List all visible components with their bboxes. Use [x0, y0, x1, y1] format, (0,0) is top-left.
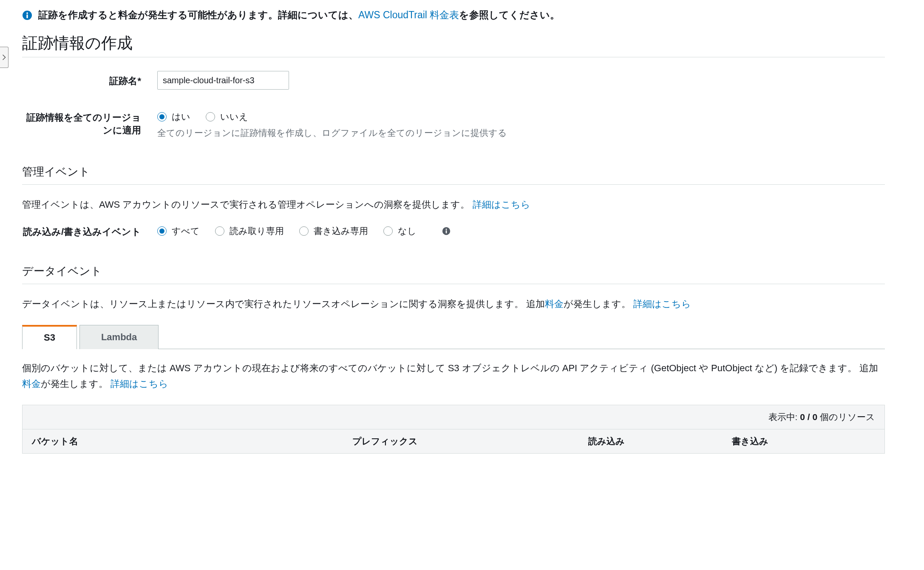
data-events-desc: データイベントは、リソース上またはリソース内で実行されたリソースオペレーションに… — [22, 296, 885, 312]
info-icon — [22, 10, 32, 20]
all-regions-yes-option[interactable]: はい — [157, 111, 190, 123]
col-read: 読み込み — [588, 435, 731, 447]
rw-read-text: 読み取り専用 — [230, 225, 284, 237]
all-regions-no-text: いいえ — [220, 111, 248, 123]
trail-name-input[interactable] — [157, 71, 289, 90]
all-regions-no-radio[interactable] — [206, 112, 215, 121]
data-events-tabs: S3 Lambda — [22, 325, 885, 349]
s3-more-link[interactable]: 詳細はこちら — [111, 378, 168, 389]
s3-pricing-link[interactable]: 料金 — [22, 378, 41, 389]
trail-name-label: 証跡名* — [22, 71, 157, 90]
tab-lambda[interactable]: Lambda — [79, 325, 159, 349]
page-title: 証跡情報の作成 — [22, 33, 885, 57]
rw-write-text: 書き込み専用 — [314, 225, 368, 237]
rw-none-text: なし — [398, 225, 417, 237]
s3-tab-desc: 個別のバケットに対して、または AWS アカウントの現在および将来のすべてのバケ… — [22, 360, 885, 392]
info-post: を参照してください。 — [459, 9, 560, 20]
svg-point-4 — [446, 229, 447, 230]
rw-read-radio[interactable] — [215, 226, 224, 236]
rw-write-option[interactable]: 書き込み専用 — [299, 225, 368, 237]
tab-spacer — [159, 325, 885, 349]
all-regions-hint: 全てのリージョンに証跡情報を作成し、ログファイルを全てのリージョンに提供する — [157, 127, 885, 139]
disp-pre: 表示中: — [768, 412, 800, 422]
rw-all-radio[interactable] — [157, 226, 167, 236]
sidebar-toggle-handle[interactable] — [0, 47, 9, 68]
col-bucket: バケット名 — [32, 435, 352, 447]
table-header-row: バケット名 プレフィックス 読み込み 書き込み — [23, 429, 884, 453]
rw-read-option[interactable]: 読み取り専用 — [215, 225, 284, 237]
disp-count: 0 / 0 — [800, 412, 817, 422]
all-regions-no-option[interactable]: いいえ — [206, 111, 248, 123]
mgmt-events-desc: 管理イベントは、AWS アカウントのリソースで実行される管理オペレーションへの洞… — [22, 197, 885, 212]
svg-point-1 — [26, 12, 28, 14]
col-prefix: プレフィックス — [352, 435, 589, 447]
rw-none-option[interactable]: なし — [383, 225, 417, 237]
info-pricing-link[interactable]: AWS CloudTrail 料金表 — [358, 9, 459, 20]
resource-count-row: 表示中: 0 / 0 個のリソース — [23, 405, 884, 429]
mgmt-desc-text: 管理イベントは、AWS アカウントのリソースで実行される管理オペレーションへの洞… — [22, 199, 470, 210]
data-desc-pre: データイベントは、リソース上またはリソース内で実行されたリソースオペレーションに… — [22, 299, 545, 309]
s3-desc-pre: 個別のバケットに対して、または AWS アカウントの現在および将来のすべてのバケ… — [22, 363, 878, 373]
rw-write-radio[interactable] — [299, 226, 309, 236]
info-banner: 証跡を作成すると料金が発生する可能性があります。詳細については、AWS Clou… — [22, 8, 885, 22]
s3-desc-mid: が発生します。 — [41, 378, 108, 389]
data-desc-post: が発生します。 — [564, 299, 631, 309]
rw-events-label: 読み込み/書き込みイベント — [22, 225, 157, 238]
svg-rect-5 — [446, 231, 447, 234]
rw-all-option[interactable]: すべて — [157, 225, 200, 237]
info-icon[interactable] — [442, 227, 451, 235]
info-text: 証跡を作成すると料金が発生する可能性があります。詳細については、AWS Clou… — [38, 8, 560, 22]
svg-rect-2 — [26, 14, 28, 18]
all-regions-yes-radio[interactable] — [157, 112, 167, 121]
data-events-heading: データイベント — [22, 264, 885, 284]
resource-table: 表示中: 0 / 0 個のリソース バケット名 プレフィックス 読み込み 書き込… — [22, 405, 885, 454]
rw-none-radio[interactable] — [383, 226, 393, 236]
rw-all-text: すべて — [172, 225, 200, 237]
disp-post: 個のリソース — [817, 412, 875, 422]
mgmt-events-heading: 管理イベント — [22, 164, 885, 185]
mgmt-more-link[interactable]: 詳細はこちら — [473, 199, 530, 210]
info-pre: 証跡を作成すると料金が発生する可能性があります。詳細については、 — [38, 9, 358, 20]
all-regions-label: 証跡情報を全てのリージョンに適用 — [22, 111, 157, 139]
page-content: 証跡を作成すると料金が発生する可能性があります。詳細については、AWS Clou… — [22, 8, 885, 454]
col-write: 書き込み — [732, 435, 875, 447]
data-more-link[interactable]: 詳細はこちら — [633, 299, 691, 309]
data-pricing-link[interactable]: 料金 — [545, 299, 564, 309]
all-regions-yes-text: はい — [172, 111, 190, 123]
tab-s3[interactable]: S3 — [22, 325, 77, 349]
